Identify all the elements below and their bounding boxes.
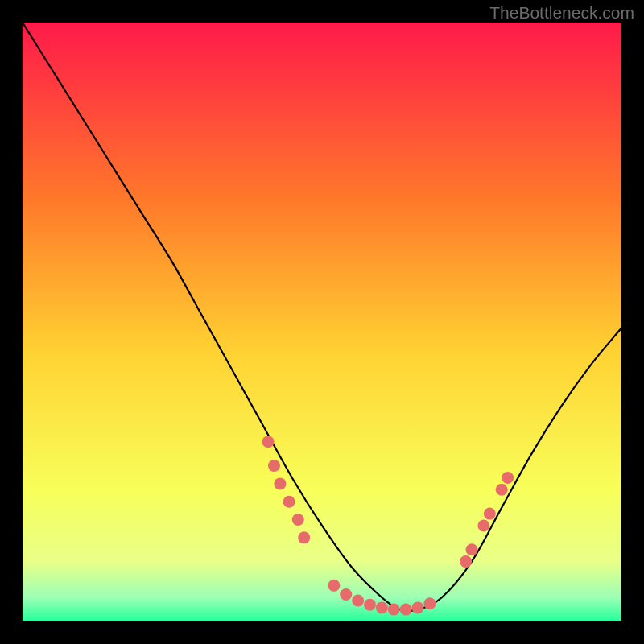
data-dot (268, 460, 280, 472)
gradient-background (23, 23, 621, 621)
data-dot (352, 594, 364, 606)
data-dot (328, 580, 340, 592)
data-dot (262, 436, 275, 448)
data-dot (412, 601, 424, 613)
data-dot (400, 604, 412, 616)
data-dot (376, 601, 388, 613)
data-dot (274, 477, 286, 489)
data-dot (292, 514, 304, 526)
data-dot (477, 519, 489, 531)
data-dot (298, 531, 310, 543)
chart-svg (23, 23, 621, 621)
data-dot (423, 597, 436, 609)
data-dot (466, 543, 478, 555)
data-dot (502, 472, 514, 484)
watermark-text: TheBottleneck.com (489, 3, 634, 23)
data-dot (283, 496, 295, 508)
plot-area (23, 23, 621, 621)
data-dot (364, 599, 376, 611)
data-dot (460, 555, 472, 568)
data-dot (484, 508, 496, 520)
data-dot (496, 484, 508, 496)
data-dot (388, 604, 400, 616)
data-dot (340, 588, 352, 601)
chart-frame: TheBottleneck.com (0, 0, 644, 644)
